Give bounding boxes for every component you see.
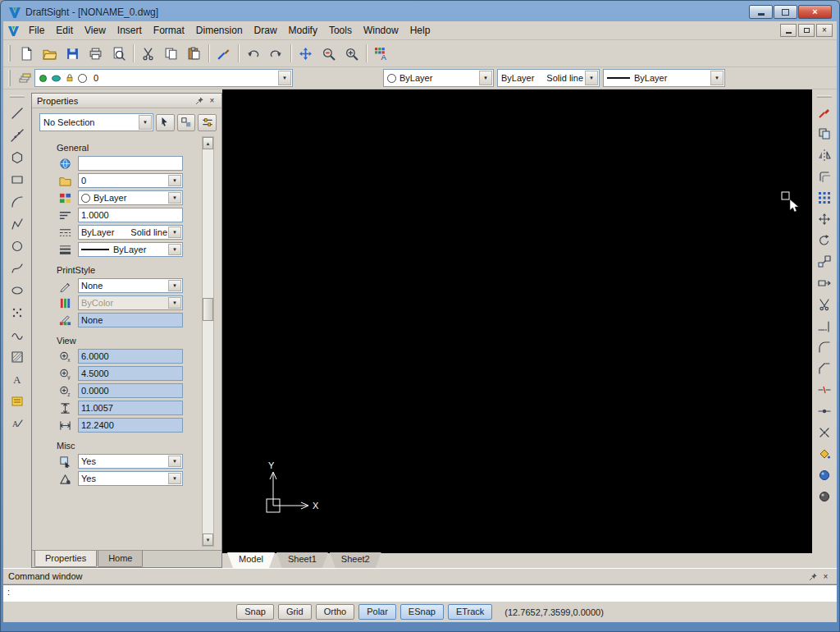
rotate-button[interactable] [815, 231, 834, 250]
mdi-minimize-button[interactable] [780, 24, 797, 37]
tab-sheet2[interactable]: Sheet2 [330, 552, 381, 568]
grid-toggle[interactable]: Grid [278, 604, 312, 620]
zoom-button[interactable] [317, 43, 340, 64]
paste-button[interactable] [183, 43, 205, 64]
copy-button[interactable] [160, 43, 182, 64]
name-field[interactable] [78, 156, 183, 171]
trim-button[interactable] [815, 295, 834, 314]
chamfer-button[interactable] [815, 359, 834, 378]
circle-tool-button[interactable] [7, 236, 28, 256]
menu-view[interactable]: View [79, 23, 112, 38]
view-center-x-field[interactable]: 6.0000 [78, 349, 183, 364]
extend-button[interactable] [815, 316, 834, 336]
text-tool-button[interactable]: A [7, 369, 28, 389]
weld-button[interactable] [815, 401, 834, 421]
command-window-close-button[interactable]: × [819, 571, 832, 582]
menu-modify[interactable]: Modify [283, 23, 323, 38]
etrack-toggle[interactable]: ETrack [448, 604, 492, 620]
view-height-field[interactable]: 11.0057 [78, 401, 183, 415]
spline-tool-button[interactable] [7, 258, 28, 278]
pick-selection-button[interactable] [156, 114, 175, 131]
mirror-button[interactable] [815, 145, 834, 165]
dropdown-arrow-icon[interactable]: ▼ [139, 115, 152, 130]
scrollbar-thumb[interactable] [203, 298, 213, 321]
dropdown-arrow-icon[interactable]: ▼ [168, 456, 181, 467]
menu-edit[interactable]: Edit [50, 23, 79, 38]
new-button[interactable] [16, 43, 38, 64]
printstyle-field[interactable]: None ▼ [78, 278, 183, 293]
menu-dimension[interactable]: Dimension [190, 23, 249, 38]
toolbar-grip[interactable] [8, 45, 11, 62]
area-fill-button[interactable] [815, 444, 834, 464]
cut-button[interactable] [137, 43, 159, 64]
line-weight-combobox[interactable]: ByLayer ▼ [603, 69, 725, 87]
tab-properties[interactable]: Properties [34, 551, 97, 567]
hatch-tool-button[interactable] [7, 346, 28, 367]
point-tool-button[interactable] [7, 302, 28, 323]
note-tool-button[interactable] [7, 391, 28, 411]
menu-insert[interactable]: Insert [112, 23, 148, 38]
text-styles-button[interactable]: A [370, 43, 392, 64]
rectangle-tool-button[interactable] [7, 169, 28, 190]
view-center-z-field[interactable]: 0.0000 [78, 383, 183, 398]
line-tool-button[interactable] [7, 103, 28, 123]
menu-tools[interactable]: Tools [323, 23, 358, 38]
layers-manager-button[interactable] [15, 69, 34, 87]
dropdown-arrow-icon[interactable]: ▼ [168, 244, 181, 255]
menu-help[interactable]: Help [404, 23, 436, 38]
mdi-restore-button[interactable] [798, 24, 815, 37]
offset-button[interactable] [815, 167, 834, 186]
line-color-field[interactable]: ByLayer ▼ [78, 190, 183, 205]
dropdown-arrow-icon[interactable]: ▼ [168, 280, 181, 291]
line-scale-field[interactable]: 1.0000 [78, 208, 183, 222]
palette-close-button[interactable]: × [206, 95, 218, 106]
selection-options-button[interactable] [198, 114, 217, 131]
ellipse-tool-button[interactable] [7, 280, 28, 300]
line-weight-field[interactable]: ByLayer ▼ [78, 242, 183, 257]
stretch-button[interactable] [815, 273, 834, 293]
esnap-toggle[interactable]: ESnap [400, 604, 444, 620]
toolbar-grip[interactable] [817, 95, 832, 98]
maximize-button[interactable] [774, 5, 797, 19]
pin-button[interactable] [194, 95, 206, 106]
tab-model[interactable]: Model [227, 552, 275, 568]
match-properties-button[interactable] [815, 103, 834, 122]
drawing-canvas[interactable]: Y X [222, 89, 812, 553]
printstyle-assigned-field[interactable]: None [78, 313, 183, 327]
menu-file[interactable]: File [23, 23, 50, 38]
fillet-button[interactable] [815, 337, 834, 357]
line-color-combobox[interactable]: ByLayer ▼ [383, 69, 494, 87]
mdi-close-button[interactable]: × [816, 24, 833, 37]
minimize-button[interactable] [749, 5, 773, 19]
undo-button[interactable] [242, 43, 264, 64]
dropdown-arrow-icon[interactable]: ▼ [168, 175, 181, 186]
dropdown-arrow-icon[interactable]: ▼ [278, 71, 291, 85]
save-button[interactable] [62, 43, 84, 64]
dropdown-arrow-icon[interactable]: ▼ [585, 71, 598, 85]
dropdown-arrow-icon[interactable]: ▼ [710, 71, 724, 85]
shade-button[interactable] [815, 465, 834, 485]
quick-select-button[interactable] [177, 114, 196, 131]
split-button[interactable] [815, 380, 834, 400]
arc-tool-button[interactable] [7, 191, 28, 212]
palette-header[interactable]: Properties × [32, 94, 221, 108]
command-window-header[interactable]: Command window × [3, 569, 837, 584]
print-button[interactable] [84, 43, 107, 64]
explode-button[interactable] [815, 423, 834, 442]
annotation-tool-button[interactable]: A [7, 413, 28, 433]
scroll-up-icon[interactable]: ▲ [203, 137, 213, 149]
close-button[interactable]: × [798, 5, 832, 19]
tab-sheet1[interactable]: Sheet1 [276, 552, 328, 568]
infinite-line-tool-button[interactable] [7, 125, 28, 145]
line-style-combobox[interactable]: ByLayer Solid line ▼ [497, 69, 600, 87]
tab-home[interactable]: Home [98, 551, 143, 567]
view-center-y-field[interactable]: 4.5000 [78, 366, 183, 381]
polygon-tool-button[interactable] [7, 147, 28, 167]
dropdown-arrow-icon[interactable]: ▼ [168, 227, 181, 238]
title-bar[interactable]: DraftSight - [NONAME_0.dwg] × [3, 2, 837, 21]
scale-button[interactable] [815, 252, 834, 272]
polyline-tool-button[interactable] [7, 213, 28, 234]
misc-field-2[interactable]: Yes ▼ [78, 471, 183, 486]
scroll-down-icon[interactable]: ▼ [203, 534, 213, 546]
open-button[interactable] [39, 43, 61, 64]
